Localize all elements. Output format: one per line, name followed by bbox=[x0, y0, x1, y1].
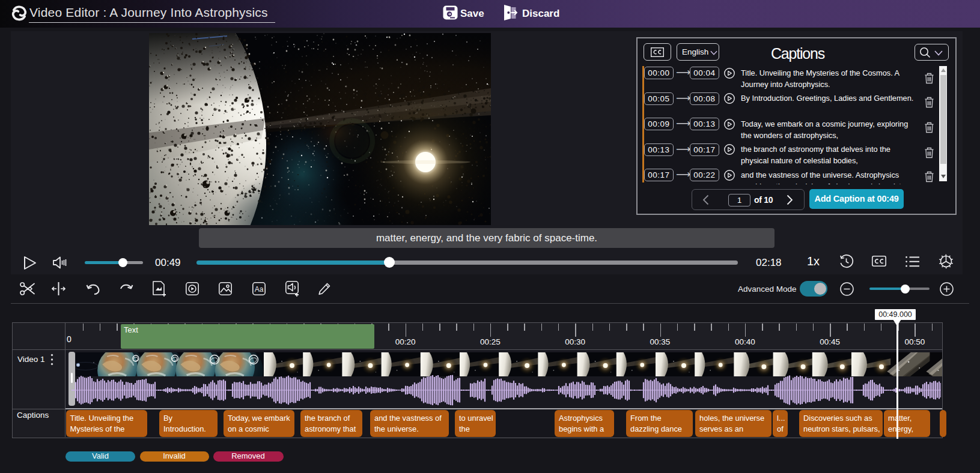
svg-text:Aa: Aa bbox=[255, 285, 264, 294]
